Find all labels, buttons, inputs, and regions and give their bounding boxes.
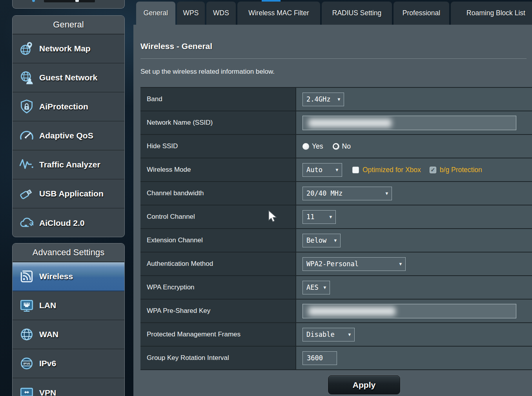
field-label: Authentication Method	[140, 252, 296, 275]
row-wireless-mode: Wireless Mode Auto▼ Optimized for Xbox ✓…	[140, 158, 532, 182]
sidebar-panel-top-fragment	[12, 0, 125, 9]
tab-radius-setting[interactable]: RADIUS Setting	[322, 2, 392, 25]
sidebar-section-advanced: Advanced Settings Wireless LAN	[12, 243, 125, 396]
wireless-tabbar: General WPS WDS Wireless MAC Filter RADI…	[136, 2, 532, 25]
apply-button[interactable]: Apply	[328, 375, 400, 394]
sidebar-item-label: Adaptive QoS	[39, 131, 93, 140]
sidebar-item-lan[interactable]: LAN	[13, 291, 124, 320]
cloud-icon	[18, 215, 36, 231]
sidebar-item-label: AiProtection	[39, 102, 88, 111]
row-group-key: Group Key Rotation Interval 3600	[140, 347, 532, 370]
tab-wireless-mac-filter[interactable]: Wireless MAC Filter	[237, 2, 320, 25]
sidebar-item-label: Traffic Analyzer	[39, 160, 100, 169]
sidebar-item-aiprotection[interactable]: AiProtection	[13, 93, 124, 122]
sidebar-item-traffic-analyzer[interactable]: Traffic Analyzer	[13, 151, 124, 180]
field-label: Control Channel	[140, 205, 296, 228]
pmf-select[interactable]: Disable▼	[302, 328, 355, 342]
sidebar-item-label: AiCloud 2.0	[39, 218, 85, 228]
sidebar-item-label: IPv6	[39, 359, 56, 368]
sidebar-item-label: Network Map	[39, 44, 91, 53]
waveform-icon	[18, 156, 36, 173]
blurred-ssid-value	[308, 119, 392, 127]
radio-checked-icon[interactable]	[333, 143, 339, 150]
tab-wps[interactable]: WPS	[177, 2, 205, 25]
row-wpa-key: WPA Pre-Shared Key	[140, 300, 532, 323]
sidebar-item-label: Wireless	[39, 272, 73, 281]
row-ssid: Network Name (SSID)	[140, 111, 532, 135]
hide-ssid-no-option[interactable]: No	[333, 142, 351, 151]
sidebar-item-adaptive-qos[interactable]: Adaptive QoS	[13, 122, 124, 151]
chevron-down-icon: ▼	[337, 97, 340, 102]
chevron-down-icon: ▼	[348, 332, 351, 337]
sidebar-item-label: USB Application	[39, 189, 104, 198]
tab-professional[interactable]: Professional	[394, 2, 449, 25]
control-channel-select[interactable]: 11▼	[302, 210, 336, 224]
field-label: Band	[140, 88, 296, 111]
svg-text:IPV6: IPV6	[23, 362, 30, 365]
sidebar-item-label: WAN	[39, 330, 58, 339]
sidebar-item-label: VPN	[39, 388, 56, 396]
row-authentication-method: Authentication Method WPA2-Personal▼	[140, 252, 532, 276]
optimized-for-xbox-label: Optimized for Xbox	[363, 166, 421, 174]
field-label: Network Name (SSID)	[140, 111, 296, 134]
extension-channel-select[interactable]: Below▼	[302, 234, 341, 247]
wireless-general-panel: Wireless - General Set up the wireless r…	[133, 25, 532, 396]
field-label: WPA Pre-Shared Key	[140, 300, 296, 322]
field-label: Group Key Rotation Interval	[140, 347, 296, 369]
sidebar-item-ipv6[interactable]: IPV6 IPv6	[13, 349, 124, 378]
optimized-for-xbox-checkbox[interactable]	[352, 167, 359, 173]
page-title: Wireless - General	[140, 42, 212, 51]
vpn-screen-icon	[18, 385, 36, 396]
sidebar-item-usb-application[interactable]: USB Application	[13, 180, 124, 209]
main-area: General WPS WDS Wireless MAC Filter RADI…	[133, 0, 532, 396]
wireless-mode-select[interactable]: Auto▼	[302, 163, 342, 177]
tab-roaming-block-list[interactable]: Roaming Block List	[451, 2, 532, 25]
title-divider	[140, 58, 527, 59]
usb-drive-icon	[18, 185, 36, 202]
channel-bandwidth-select[interactable]: 20/40 MHz▼	[302, 187, 392, 200]
band-select[interactable]: 2.4GHz▼	[302, 93, 344, 106]
field-label: Extension Channel	[140, 229, 296, 252]
hide-ssid-yes-option[interactable]: Yes	[302, 142, 323, 151]
sidebar-item-label: LAN	[39, 301, 56, 310]
gauge-icon	[18, 127, 36, 144]
row-pmf: Protected Management Frames Disable▼	[140, 323, 532, 347]
chevron-down-icon: ▼	[335, 167, 338, 173]
row-control-channel: Control Channel 11▼	[140, 205, 532, 229]
sidebar-header-general: General	[13, 16, 124, 35]
bg-protection-checkbox[interactable]: ✓	[430, 167, 436, 173]
authentication-method-select[interactable]: WPA2-Personal▼	[302, 257, 406, 271]
ipv6-globe-icon: IPV6	[18, 355, 36, 372]
sidebar-item-aicloud[interactable]: AiCloud 2.0	[13, 209, 124, 238]
sidebar-header-advanced: Advanced Settings	[13, 243, 124, 262]
sidebar-item-network-map[interactable]: Network Map	[13, 35, 124, 64]
guest-network-icon	[18, 69, 36, 86]
fragment-cursor	[75, 0, 79, 2]
row-wpa-encryption: WPA Encryption AES▼	[140, 276, 532, 300]
sidebar-item-wireless[interactable]: Wireless	[13, 262, 124, 291]
chevron-down-icon: ▼	[334, 238, 337, 243]
tab-wds[interactable]: WDS	[206, 2, 236, 25]
wpa-key-input[interactable]	[302, 304, 516, 318]
chevron-down-icon: ▼	[323, 285, 326, 290]
network-map-icon	[18, 40, 36, 57]
row-band: Band 2.4GHz▼	[140, 88, 532, 111]
wpa-encryption-select[interactable]: AES▼	[302, 281, 330, 294]
row-extension-channel: Extension Channel Below▼	[140, 229, 532, 252]
row-hide-ssid: Hide SSID Yes No	[140, 135, 532, 158]
row-channel-bandwidth: Channel bandwidth 20/40 MHz▼	[140, 182, 532, 205]
sidebar-item-guest-network[interactable]: Guest Network	[13, 64, 124, 93]
sidebar-item-vpn[interactable]: VPN	[13, 378, 124, 396]
globe-icon	[18, 326, 36, 343]
blurred-wpa-key-value	[308, 307, 395, 316]
tab-general[interactable]: General	[136, 2, 175, 25]
ssid-input[interactable]	[302, 116, 516, 130]
field-label: Wireless Mode	[140, 158, 296, 181]
field-label: Hide SSID	[140, 135, 296, 158]
fragment-text	[44, 0, 95, 2]
radio-unchecked-icon[interactable]	[302, 143, 309, 150]
group-key-rotation-input[interactable]: 3600	[302, 351, 337, 365]
sidebar-item-wan[interactable]: WAN	[13, 320, 124, 349]
chevron-down-icon: ▼	[329, 214, 332, 220]
sidebar-item-label: Guest Network	[39, 73, 97, 82]
